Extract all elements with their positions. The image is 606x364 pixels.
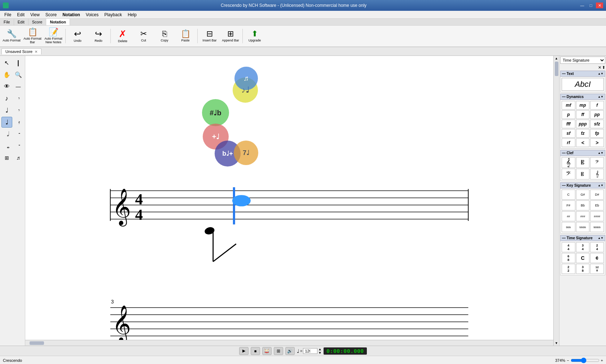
clef-treble[interactable]: 𝄞 (562, 157, 575, 168)
maximize-button[interactable]: □ (587, 3, 594, 8)
cut-button[interactable]: ✂ Cut (133, 26, 154, 46)
auto-format-new-notes-button[interactable]: 📝 Auto Format New Notes (43, 26, 63, 46)
text-section-header[interactable]: — Text ▲▼ (560, 71, 605, 77)
play-button[interactable]: ▶ (239, 347, 249, 355)
menu-help[interactable]: Help (125, 12, 140, 18)
dyn-rf[interactable]: rf (562, 138, 575, 147)
key-a[interactable]: ## (562, 211, 575, 221)
visibility-tool-button[interactable]: 👁 (1, 81, 12, 92)
key-f[interactable]: F# (562, 200, 575, 210)
key-e[interactable]: ### (576, 211, 590, 221)
clef-bass[interactable]: 𝄢 (562, 169, 575, 179)
time-38[interactable]: 38 (576, 264, 590, 274)
key-gb[interactable]: bbbbb (590, 222, 604, 232)
tempo-up[interactable]: ▲ (318, 347, 321, 351)
quarter-rest-button[interactable]: 𝄾 (13, 105, 24, 116)
dyn-mf[interactable]: mf (562, 101, 575, 110)
zoom-tool-button[interactable]: 🔍 (13, 69, 24, 80)
auto-format-bar-button[interactable]: 📋 Auto Format Bar (22, 26, 43, 46)
menu-notation[interactable]: Notation (60, 12, 83, 18)
line-tool-button[interactable]: — (13, 81, 24, 92)
clef-alto[interactable]: 𝄡 (576, 157, 590, 168)
dyn-p[interactable]: p (562, 110, 575, 119)
half-note-button[interactable]: 𝅗𝅥 (1, 129, 12, 139)
ntab-score[interactable]: Score (28, 19, 47, 25)
menu-playback[interactable]: Playback (101, 12, 125, 18)
scroll-down-arrow[interactable]: ▼ (555, 341, 558, 345)
dyn-f[interactable]: f (590, 101, 604, 110)
menu-edit[interactable]: Edit (14, 12, 27, 18)
ntab-edit[interactable]: Edit (14, 19, 28, 25)
tempo-spinners[interactable]: ▲ ▼ (318, 347, 321, 355)
time-cut[interactable]: ¢ (590, 253, 604, 263)
upgrade-button[interactable]: ⬆ Upgrade (245, 26, 265, 46)
key-bb[interactable]: Bb (576, 200, 590, 210)
note-active-button[interactable]: ♩ (1, 117, 12, 128)
hand-tool-button[interactable]: ✋ (1, 69, 12, 80)
metronome-button[interactable]: 🥁 (262, 347, 272, 355)
dyn-decrescendo[interactable]: > (590, 138, 604, 147)
time-34[interactable]: 34 (576, 242, 590, 252)
beamed-notes-button[interactable]: ♬ (13, 152, 24, 163)
whole-note-button[interactable]: 𝅝 (1, 141, 12, 151)
v-scroll-thumb[interactable] (555, 62, 558, 76)
append-bar-button[interactable]: ⊞ Append Bar (220, 26, 241, 46)
tempo-down[interactable]: ▼ (318, 351, 321, 355)
vertical-scrollbar[interactable]: ▲ ▼ (553, 56, 559, 346)
panel-close-icon[interactable]: ✕ (598, 65, 601, 70)
dyn-sf[interactable]: sf (562, 129, 575, 138)
time-22[interactable]: 22 (562, 264, 575, 274)
eighth-rest-button[interactable]: 𝄾 (13, 93, 24, 104)
time-128[interactable]: 128 (590, 264, 604, 274)
key-d[interactable]: D# (590, 190, 604, 200)
key-g[interactable]: G# (576, 190, 590, 200)
text-preview-area[interactable]: AbcI (562, 78, 604, 91)
key-c[interactable]: C (562, 190, 575, 200)
grid-button[interactable]: ⊞ (274, 347, 283, 355)
delete-button[interactable]: ✗ Delete (113, 26, 133, 46)
clef-tenor[interactable]: 𝄢 (590, 157, 604, 168)
dyn-sfz[interactable]: sfz (590, 120, 604, 128)
time-68[interactable]: 68 (562, 253, 575, 263)
time-44[interactable]: 44 (562, 242, 575, 252)
dyn-fz[interactable]: fz (576, 129, 590, 138)
redo-button[interactable]: ↪ Redo (88, 26, 109, 46)
rest-active-button[interactable]: 𝄿 (13, 117, 24, 128)
horizontal-scrollbar[interactable] (25, 340, 553, 346)
zoom-slider[interactable] (571, 358, 600, 363)
key-ab[interactable]: bbb (562, 222, 575, 232)
stop-button[interactable]: ■ (251, 347, 260, 355)
time-24[interactable]: 24 (590, 242, 604, 252)
panel-dropdown[interactable]: Time Signature Key Signature Clef Dynami… (560, 57, 605, 64)
close-button[interactable]: ✕ (596, 3, 603, 8)
half-rest-button[interactable]: 𝄼 (13, 129, 24, 139)
ntab-file[interactable]: File (0, 19, 14, 25)
clef-percussion[interactable]: 𝄡 (576, 169, 590, 179)
dynamics-section-header[interactable]: — Dynamics ▲▼ (560, 94, 605, 100)
score-tab-close[interactable]: ✕ (35, 50, 38, 54)
undo-button[interactable]: ↩ Undo (67, 26, 88, 46)
score-tab[interactable]: Unsaved Score ✕ (1, 48, 41, 54)
dyn-mp[interactable]: mp (576, 101, 590, 110)
h-scroll-thumb[interactable] (30, 341, 44, 345)
dyn-ff[interactable]: ff (576, 110, 590, 119)
dyn-fff[interactable]: fff (562, 120, 575, 128)
zoom-minus-icon[interactable]: − (567, 358, 569, 363)
whole-rest-button[interactable]: 𝄻 (13, 141, 24, 151)
pointer-tool-button[interactable]: | (13, 57, 24, 68)
select-tool-button[interactable]: ↖ (1, 57, 12, 68)
dyn-ppp[interactable]: ppp (576, 120, 590, 128)
eighth-note-button[interactable]: ♪ (1, 93, 12, 104)
paste-button[interactable]: 📋 Paste (175, 26, 196, 46)
insert-bar-button[interactable]: ⊟ Insert Bar (199, 26, 220, 46)
quarter-note-button[interactable]: ♩ (1, 105, 12, 116)
multi-measure-button[interactable]: ⊞ (1, 152, 12, 163)
menu-voices[interactable]: Voices (83, 12, 101, 18)
time-common[interactable]: C (576, 253, 590, 263)
dyn-fp[interactable]: fp (590, 129, 604, 138)
scroll-up-arrow[interactable]: ▲ (555, 57, 558, 60)
minimize-button[interactable]: — (579, 3, 586, 8)
volume-button[interactable]: 🔊 (285, 347, 295, 355)
dyn-pp[interactable]: pp (590, 110, 604, 119)
menu-score[interactable]: Score (43, 12, 60, 18)
